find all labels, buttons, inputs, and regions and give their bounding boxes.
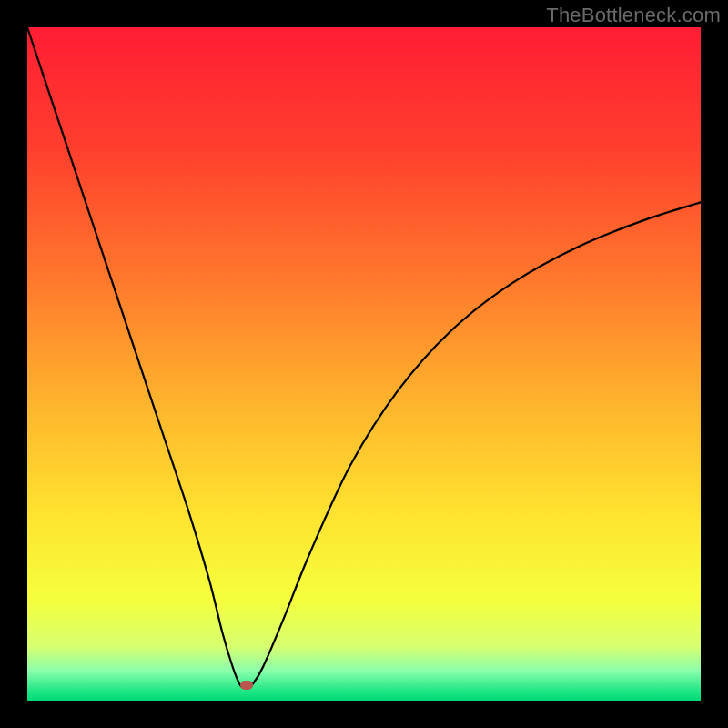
chart-frame: TheBottleneck.com [0, 0, 728, 728]
optimal-point-marker [240, 681, 253, 690]
bottleneck-curve [27, 27, 701, 701]
plot-area [27, 27, 701, 701]
watermark-label: TheBottleneck.com [546, 4, 721, 27]
